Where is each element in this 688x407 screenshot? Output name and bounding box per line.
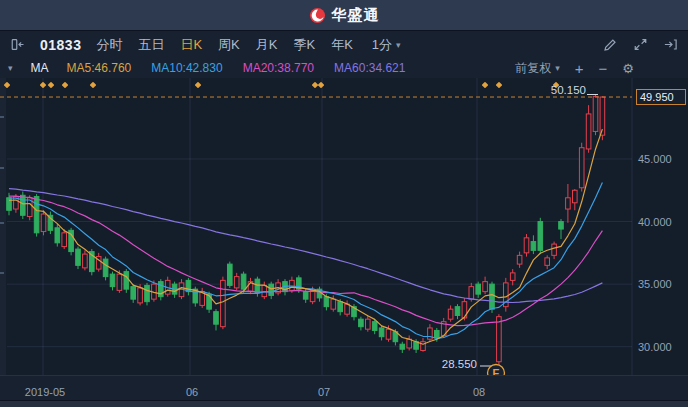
brand-name: 华盛通 <box>332 6 380 25</box>
price-annotation: 50.150 <box>551 84 586 96</box>
event-dot[interactable] <box>496 82 503 89</box>
candle-body <box>76 249 81 265</box>
candle-body <box>214 312 219 325</box>
ma-value: MA5:46.760 <box>67 61 132 75</box>
candle-body <box>290 280 295 290</box>
candle-body <box>435 330 440 338</box>
fullscreen-expand-icon[interactable] <box>633 37 648 52</box>
candle-body <box>372 322 377 331</box>
price-annotation: 28.550 <box>442 358 477 370</box>
candle-body <box>83 254 88 268</box>
candle-body <box>448 309 453 319</box>
candle-body <box>476 284 481 294</box>
candle-body <box>545 258 550 266</box>
candle-body <box>303 292 308 300</box>
tab-月K[interactable]: 月K <box>256 36 278 54</box>
candle-body <box>559 222 564 230</box>
candle-body <box>386 329 391 339</box>
candle-body <box>490 284 495 309</box>
ma-value: MA20:38.770 <box>243 61 314 75</box>
candle-body <box>573 190 578 203</box>
collapse-panel-icon[interactable] <box>10 37 25 52</box>
candle-body <box>331 299 336 309</box>
candle-body <box>117 274 122 290</box>
tab-周K[interactable]: 周K <box>218 36 240 54</box>
settings-gear-icon[interactable]: ⚙ <box>622 61 634 76</box>
chevron-down-icon: ▾ <box>555 63 560 73</box>
ma-value: MA10:42.830 <box>151 61 222 75</box>
candle-body <box>345 304 350 314</box>
tab-分时[interactable]: 分时 <box>96 36 122 54</box>
draw-pencil-icon[interactable] <box>603 37 618 52</box>
candle-body <box>255 279 260 293</box>
current-price-label: 49.950 <box>636 89 686 105</box>
event-dot[interactable] <box>40 82 47 89</box>
x-axis: 2019-05060708 <box>0 375 688 400</box>
candle-body <box>269 284 274 295</box>
event-dot[interactable] <box>90 82 97 89</box>
chevron-down-icon: ▾ <box>396 40 401 50</box>
candle-body <box>407 339 412 348</box>
indicator-bar: ▾ MA MA5:46.760MA10:42.830MA20:38.770MA6… <box>0 58 688 78</box>
tab-五日[interactable]: 五日 <box>138 36 164 54</box>
candle-body <box>221 280 226 326</box>
chart-toolbar: 01833 分时五日日K周K月K季K年K 1分 ▾ <box>0 30 688 58</box>
candle-body <box>379 328 384 337</box>
candle-body <box>455 307 460 316</box>
pop-out-window-icon[interactable] <box>663 37 678 52</box>
event-dot[interactable] <box>48 82 55 89</box>
candle-body <box>483 282 488 292</box>
candle-body <box>531 242 536 251</box>
event-dot[interactable] <box>312 82 319 89</box>
event-dot[interactable] <box>195 82 202 89</box>
candle-body <box>41 214 46 232</box>
candle-body <box>131 287 136 300</box>
event-dot[interactable] <box>62 82 69 89</box>
candle-body <box>579 148 584 188</box>
candle-body <box>510 273 515 281</box>
candle-body <box>338 302 343 312</box>
x-axis-label: 2019-05 <box>10 386 80 398</box>
candle-body <box>538 222 543 251</box>
candle-body <box>103 259 108 277</box>
candle-body <box>124 272 129 290</box>
y-axis-label: 40.000 <box>638 216 672 228</box>
candle-body <box>310 290 315 301</box>
event-dot[interactable] <box>318 82 325 89</box>
indicator-dropdown-icon[interactable]: ▾ <box>8 63 13 73</box>
y-axis-label: 35.000 <box>638 278 672 290</box>
candle-body <box>34 197 39 233</box>
zoom-in-button[interactable]: + <box>575 61 584 76</box>
candle-body <box>469 287 474 300</box>
minute-period-label: 1分 <box>372 36 392 54</box>
tab-日K[interactable]: 日K <box>180 36 202 54</box>
candle-body <box>145 285 150 301</box>
candle-body <box>110 274 115 287</box>
candle-body <box>62 233 67 247</box>
x-axis-label: 07 <box>289 386 359 398</box>
candle-body <box>234 277 239 288</box>
candle-body <box>593 96 598 131</box>
stock-code: 01833 <box>40 37 81 53</box>
candle-body <box>586 114 591 149</box>
bottom-strip <box>0 400 688 407</box>
ma60-line <box>9 189 602 303</box>
indicator-name[interactable]: MA <box>31 61 49 75</box>
title-bar: 华盛通 <box>0 0 688 30</box>
tab-年K[interactable]: 年K <box>331 36 353 54</box>
tab-季K[interactable]: 季K <box>293 36 315 54</box>
adjust-mode-dropdown[interactable]: 前复权 ▾ <box>515 60 560 77</box>
candle-body <box>400 344 405 349</box>
zoom-out-button[interactable]: − <box>599 61 608 76</box>
candle-body <box>497 317 502 362</box>
candle-body <box>138 288 143 303</box>
candlestick-chart[interactable]: 50.15028.550E <box>0 78 688 375</box>
y-axis-label: 45.000 <box>638 153 672 165</box>
candle-body <box>359 319 364 327</box>
y-axis-label: 30.000 <box>638 341 672 353</box>
x-axis-label: 08 <box>444 386 514 398</box>
x-axis-label: 06 <box>157 386 227 398</box>
minute-period-dropdown[interactable]: 1分 ▾ <box>372 36 401 54</box>
candle-body <box>324 297 329 307</box>
event-dot[interactable] <box>482 82 489 89</box>
